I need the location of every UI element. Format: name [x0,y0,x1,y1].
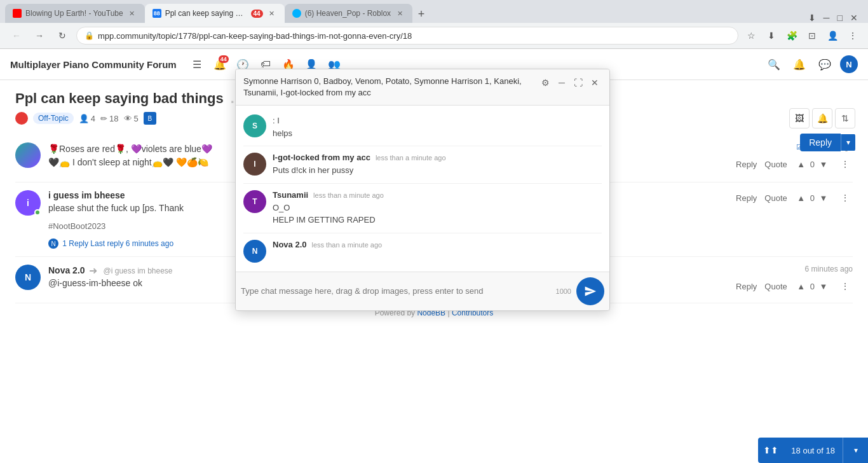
nova-username: Nova 2.0 [48,265,85,275]
nova-downvote[interactable]: ▼ [817,280,830,293]
nova-reply-to: @i guess im bheese [104,266,173,275]
chat-close-btn[interactable]: ✕ [588,76,602,90]
nova-upvote[interactable]: ▲ [795,280,808,293]
tab-forum-label: Ppl can keep saying bad things i... [165,9,247,18]
chat-avatar-1: S [243,114,266,137]
menu-icon[interactable]: ☰ [187,54,207,74]
tab-roblox[interactable]: (6) Heaven_Pop - Roblox ✕ [285,4,412,23]
chat-time-4: less than a minute ago [311,241,382,249]
posters-icon: 👤 4 [79,114,95,123]
nova-quote-link[interactable]: Quote [764,282,787,291]
search-icon[interactable]: 🔍 [764,54,784,74]
chat-settings-btn[interactable]: ⚙ [538,76,552,90]
poem-actions: Reply Quote ▲ 0 ▼ ⋮ [736,156,853,172]
chat-username-4: Nova 2.0 [273,240,306,249]
nova-avatar-img: N [15,265,41,290]
chat-divider-3 [243,233,602,233]
window-minimize[interactable]: ─ [824,13,830,23]
chat-text-3b: HELP IM GETTING RAPED [273,214,602,226]
bookmark-icon[interactable]: ☆ [743,28,759,43]
chat-text-3a: O_O [273,202,602,214]
tab-forum-close[interactable]: ✕ [267,8,277,18]
poem-reply-link[interactable]: Reply [736,160,757,169]
nova-reply-arrow: ➜ [89,265,97,277]
tab-bar: Blowing Up Earth! - YouTube ✕ 88 Ppl can… [0,0,868,23]
eye-icon: 👁 [124,114,132,123]
views-icon: 👁 5 [124,114,139,123]
sidebar-icon[interactable]: ⊡ [804,28,820,43]
category-label[interactable]: Off-Topic [33,113,74,124]
window-close[interactable]: ✕ [850,13,858,23]
user-avatar[interactable]: N [840,55,858,73]
reply-dropdown-btn[interactable]: ▾ [841,134,855,151]
bheese-online-dot [34,209,41,216]
posts-icon: ✏ 18 [100,114,118,123]
bell-icon[interactable]: 🔔 [789,54,810,74]
bheese-more-btn[interactable]: ⋮ [837,190,853,205]
bheese-reply-link[interactable]: Reply [736,193,757,203]
reload-button[interactable]: ↻ [53,27,71,45]
tab-youtube-close[interactable]: ✕ [127,8,137,18]
image-upload-btn[interactable]: 🖼 [789,108,810,128]
chat-input-area: 1000 [236,272,609,310]
bheese-downvote[interactable]: ▼ [817,191,830,204]
chat-expand-btn[interactable]: ⛶ [571,76,585,90]
chat-controls: ⚙ ─ ⛶ ✕ [538,76,602,90]
chat-divider-1 [243,146,602,146]
chat-messages: S : I helps I I-got-locked from my acc l… [236,106,609,272]
chat-icon[interactable]: 💬 [815,54,835,74]
profile-icon[interactable]: 👤 [825,28,840,43]
bheese-text: please shut the fuck up [ps. Thank [48,203,184,213]
person-icon: 👤 [79,114,89,123]
topic-title-text: Ppl can keep saying bad things [15,90,224,106]
nova-time: 6 minutes ago [805,265,853,273]
browser-chrome: Blowing Up Earth! - YouTube ✕ 88 Ppl can… [0,0,868,49]
bheese-avatar-mini: N [48,238,58,249]
menu-icon[interactable]: ⋮ [845,28,860,43]
nav-down-btn[interactable]: ▾ [843,438,868,463]
bheese-quote-link[interactable]: Quote [764,193,787,203]
nav-up-btn[interactable]: ⬆⬆ [758,438,783,463]
chat-input[interactable] [241,286,551,296]
chat-header: Symonne Harrison 0, Badboy, Venom, Potat… [236,69,609,106]
window-list-icon[interactable]: ⬇ [808,13,816,23]
bheese-actions: Reply Quote ▲ 0 ▼ ⋮ [736,190,853,205]
nova-more-btn[interactable]: ⋮ [837,279,853,294]
url-bar[interactable]: 🔒 mpp.community/topic/1778/ppl-can-keep-… [76,27,738,45]
bheese-hashtag-text: #NootBoot2023 [48,221,105,231]
pagination-text: 18 out of 18 [783,446,843,455]
chat-msg-header-2: I-got-locked from my acc less than a min… [273,153,602,162]
chat-send-button[interactable] [576,277,604,305]
tab-youtube[interactable]: Blowing Up Earth! - YouTube ✕ [5,4,145,23]
tab-roblox-close[interactable]: ✕ [395,8,405,18]
chat-time-2: less than a minute ago [376,154,446,162]
poem-post-avatar [15,142,41,168]
notify-btn[interactable]: 🔔 [812,108,832,128]
poem-downvote[interactable]: ▼ [817,158,830,170]
bheese-upvote[interactable]: ▲ [795,191,808,204]
sort-btn[interactable]: ⇅ [835,108,855,128]
window-maximize[interactable]: □ [837,13,843,23]
tab-forum[interactable]: 88 Ppl can keep saying bad things i... 4… [145,4,285,23]
nova-reply-link[interactable]: Reply [736,282,757,291]
chat-minimize-btn[interactable]: ─ [555,76,569,90]
chat-username-2: I-got-locked from my acc [273,153,370,162]
bookmark-flag: B [144,112,156,125]
extension-icon[interactable]: 🧩 [784,28,799,43]
topic-actions: 🖼 🔔 ⇅ Reply ▾ [789,108,855,151]
poem-quote-link[interactable]: Quote [764,160,787,169]
poem-vote-count: 0 [810,160,815,169]
nova-vote-count: 0 [810,282,815,291]
save-icon[interactable]: ⬇ [764,28,779,43]
back-button[interactable]: ← [8,27,25,45]
forward-button[interactable]: → [31,27,48,45]
reply-main-btn[interactable]: Reply [800,134,841,151]
bheese-reply-count[interactable]: N 1 Reply Last reply 6 minutes ago [48,239,173,248]
poem-upvote[interactable]: ▲ [795,158,808,170]
new-tab-button[interactable]: + [412,5,430,23]
reply-button-group: Reply ▾ [800,134,855,151]
poem-more-btn[interactable]: ⋮ [837,156,853,172]
chat-username-3: Tsunamii [273,190,308,200]
notifications-icon[interactable]: 🔔 44 [210,54,230,74]
nova-votes: ▲ 0 ▼ [795,280,830,293]
